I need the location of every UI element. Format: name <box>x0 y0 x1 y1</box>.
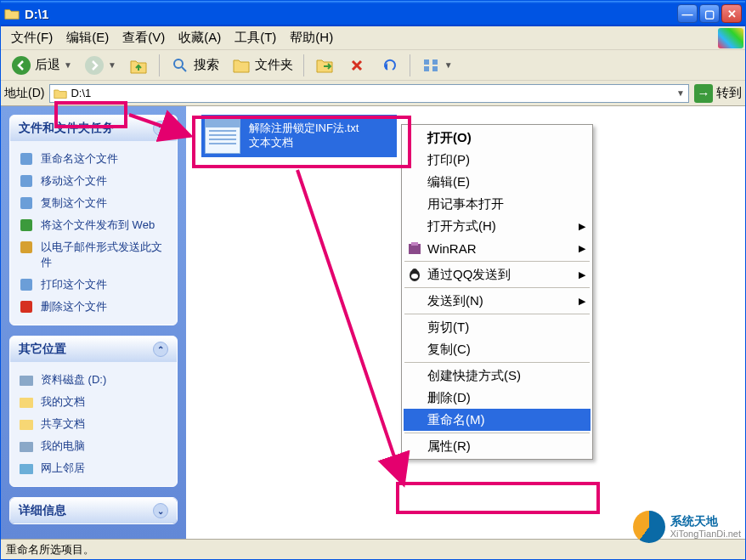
task-label: 删除这个文件 <box>41 299 107 314</box>
context-menu-item[interactable]: 用记事本打开 <box>404 193 591 215</box>
context-menu-item[interactable]: 删除(D) <box>404 387 591 409</box>
delete-button[interactable] <box>342 54 372 77</box>
svg-rect-19 <box>20 464 33 474</box>
task-item[interactable]: 将这个文件发布到 Web <box>19 214 168 236</box>
place-label: 我的电脑 <box>41 438 85 454</box>
up-button[interactable] <box>123 54 154 77</box>
separator <box>159 54 160 76</box>
place-item[interactable]: 我的电脑 <box>19 435 168 457</box>
context-menu-item[interactable]: 剪切(T) <box>404 316 591 338</box>
file-label: 解除注册锁定INF法.txt 文本文档 <box>249 122 359 150</box>
context-menu-item[interactable]: 通过QQ发送到▶ <box>404 263 591 286</box>
go-button[interactable]: → 转到 <box>694 84 742 103</box>
task-item[interactable]: 打印这个文件 <box>19 274 168 296</box>
place-label: 资料磁盘 (D:) <box>41 372 106 387</box>
address-label: 地址(D) <box>4 86 44 101</box>
task-label: 重命名这个文件 <box>41 151 118 167</box>
place-item[interactable]: 共享文档 <box>19 413 168 435</box>
submenu-arrow-icon: ▶ <box>579 269 585 280</box>
details-panel: 详细信息⌄ <box>9 497 178 524</box>
back-label: 后退 <box>35 57 60 73</box>
file-item[interactable]: 解除注册锁定INF法.txt 文本文档 <box>201 115 397 157</box>
separator <box>410 54 410 76</box>
dropdown-icon[interactable]: ▼ <box>676 88 685 98</box>
address-field[interactable]: D:\1 ▼ <box>49 84 689 103</box>
forward-icon <box>84 55 105 76</box>
context-menu-item[interactable]: WinRAR▶ <box>404 237 591 259</box>
place-item[interactable]: 我的文档 <box>19 391 168 413</box>
views-icon <box>421 55 441 76</box>
svg-rect-12 <box>20 241 32 253</box>
menu-edit[interactable]: 编辑(E) <box>59 28 116 48</box>
context-menu-item[interactable]: 打印(P) <box>404 149 591 171</box>
menu-tools[interactable]: 工具(T) <box>228 28 283 48</box>
task-item[interactable]: 移动这个文件 <box>19 170 168 192</box>
task-item[interactable]: 以电子邮件形式发送此文件 <box>19 236 168 274</box>
svg-rect-14 <box>20 301 32 313</box>
titlebar: D:\1 — ▢ ✕ <box>1 1 745 26</box>
context-menu-item[interactable]: 重命名(M) <box>404 409 591 431</box>
folders-button[interactable]: 文件夹 <box>226 54 298 77</box>
svg-point-1 <box>85 56 104 75</box>
details-header[interactable]: 详细信息⌄ <box>10 498 177 523</box>
undo-icon <box>379 55 399 76</box>
svg-rect-6 <box>424 66 429 71</box>
context-menu-label: 发送到(N) <box>427 293 483 309</box>
context-menu-item[interactable]: 打开方式(H)▶ <box>404 215 591 237</box>
moveto-button[interactable] <box>309 54 340 77</box>
context-menu-item[interactable]: 发送到(N)▶ <box>404 290 591 312</box>
svg-rect-17 <box>20 420 33 430</box>
windows-flag-icon <box>718 28 743 48</box>
place-icon <box>19 438 34 454</box>
place-icon <box>19 394 34 410</box>
svg-rect-8 <box>20 153 32 165</box>
context-menu-label: 复制(C) <box>427 342 471 358</box>
menu-file[interactable]: 文件(F) <box>4 28 59 48</box>
tasks-header[interactable]: 文件和文件夹任务⌃ <box>10 116 177 141</box>
submenu-arrow-icon: ▶ <box>579 221 585 232</box>
forward-button[interactable]: ▼ <box>79 54 122 77</box>
menubar: 文件(F) 编辑(E) 查看(V) 收藏(A) 工具(T) 帮助(H) <box>1 26 745 50</box>
context-menu-label: 通过QQ发送到 <box>427 267 511 283</box>
status-text: 重命名所选项目。 <box>6 542 94 557</box>
search-button[interactable]: 搜索 <box>165 54 224 77</box>
menu-view[interactable]: 查看(V) <box>116 28 172 48</box>
dropdown-icon: ▼ <box>444 60 453 70</box>
task-icon <box>19 173 34 189</box>
svg-point-23 <box>411 274 418 279</box>
menu-favorites[interactable]: 收藏(A) <box>172 28 228 48</box>
file-name: 解除注册锁定INF法.txt <box>249 122 359 136</box>
views-button[interactable]: ▼ <box>415 54 458 77</box>
up-icon <box>128 55 149 76</box>
undo-button[interactable] <box>374 54 404 77</box>
svg-point-0 <box>12 56 31 75</box>
winrar-icon <box>407 240 422 256</box>
task-item[interactable]: 删除这个文件 <box>19 296 168 318</box>
task-icon <box>19 240 34 255</box>
task-icon <box>19 195 34 211</box>
close-button[interactable]: ✕ <box>721 4 742 23</box>
place-item[interactable]: 网上邻居 <box>19 457 168 479</box>
place-item[interactable]: 资料磁盘 (D:) <box>19 369 168 391</box>
place-icon <box>19 416 34 432</box>
context-menu-item[interactable]: 创建快捷方式(S) <box>404 365 591 387</box>
places-panel: 其它位置⌃ 资料磁盘 (D:)我的文档共享文档我的电脑网上邻居 <box>9 336 178 487</box>
text-file-icon <box>205 118 240 154</box>
context-menu-item[interactable]: 复制(C) <box>404 338 591 360</box>
context-menu-item[interactable]: 编辑(E) <box>404 171 591 193</box>
task-item[interactable]: 重命名这个文件 <box>19 148 168 170</box>
dropdown-icon: ▼ <box>64 60 72 70</box>
address-path: D:\1 <box>71 87 91 99</box>
expand-icon: ⌄ <box>153 503 168 518</box>
back-button[interactable]: 后退 ▼ <box>6 54 77 77</box>
tasks-title: 文件和文件夹任务 <box>19 121 114 136</box>
menu-help[interactable]: 帮助(H) <box>283 28 340 48</box>
maximize-button[interactable]: ▢ <box>699 4 720 23</box>
place-label: 共享文档 <box>41 416 85 432</box>
minimize-button[interactable]: — <box>677 4 698 23</box>
task-item[interactable]: 复制这个文件 <box>19 192 168 214</box>
context-menu-item[interactable]: 打开(O) <box>404 127 591 149</box>
places-header[interactable]: 其它位置⌃ <box>10 337 177 362</box>
context-menu-item[interactable]: 属性(R) <box>404 435 591 457</box>
svg-rect-13 <box>20 279 32 291</box>
